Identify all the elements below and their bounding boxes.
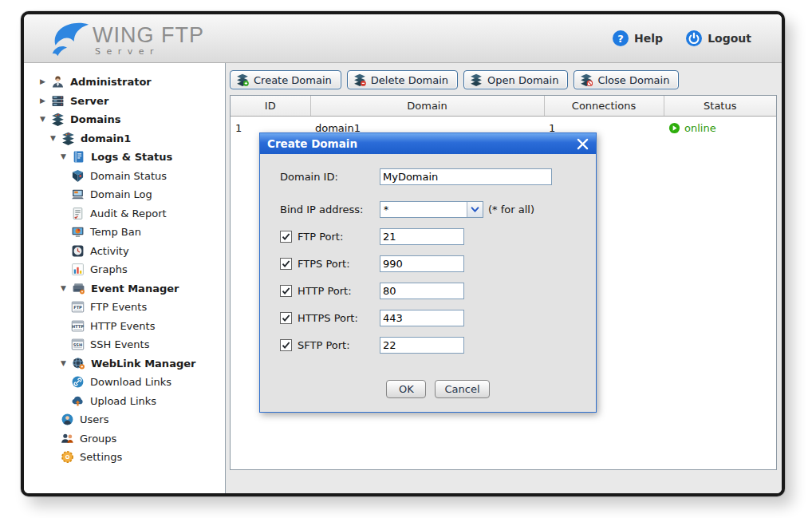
sftp-port-input[interactable] [380,337,464,354]
sidebar-item-ftp-events[interactable]: FTPFTP Events [24,298,225,317]
column-header-status: Status [664,96,776,117]
server-icon [51,94,65,108]
sidebar-item-domain-log[interactable]: Domain Log [24,185,225,204]
sidebar-item-users[interactable]: Users [24,410,225,429]
help-icon: ? [612,30,629,47]
dialog-buttons: OKCancel [280,380,596,398]
svg-text:FTP: FTP [73,305,82,310]
http-port-checkbox[interactable] [280,285,292,297]
ftps-port-checkbox[interactable] [280,258,292,270]
sidebar-item-http-events[interactable]: HTTPHTTP Events [24,317,225,336]
sidebar-item-label: Logs & Status [91,151,172,163]
column-header-id: ID [231,96,310,117]
activity-icon [71,244,85,258]
http-port-row: HTTP Port: [280,283,596,299]
close-icon[interactable] [577,138,589,150]
https-port-checkbox[interactable] [280,312,292,324]
header-actions: ? Help Logout [612,30,751,47]
create-domain-button[interactable]: Create Domain [230,70,341,89]
sidebar-item-server[interactable]: ▶Server [24,92,225,111]
svg-text:HTTP: HTTP [72,323,84,328]
sidebar-item-label: domain1 [81,132,131,144]
domain-toolbar: Create DomainDelete DomainOpen DomainClo… [226,63,782,89]
https-port-label-group: HTTPS Port: [280,312,380,324]
tree-collapsed-arrow[interactable]: ▶ [40,97,51,105]
sftp-port-label-group: SFTP Port: [280,339,380,351]
sidebar-item-graphs[interactable]: Graphs [24,260,225,279]
tree-expanded-arrow[interactable]: ▼ [40,116,51,123]
open-domain-icon [470,73,483,86]
column-header-domain: Domain [310,96,544,117]
bind-ip-address-label: Bind IP address: [280,204,363,216]
sidebar-tree: ▶Administrator▶Server▼Domains▼domain1▼Lo… [24,63,226,493]
delete-domain-button[interactable]: Delete Domain [347,70,458,89]
sidebar-item-logs-status[interactable]: ▼Logs & Status [24,148,225,167]
ftp-port-row: FTP Port: [280,228,596,245]
upload-links-icon [71,394,85,408]
sidebar-item-temp-ban[interactable]: Temp Ban [24,223,225,242]
audit-report-icon [71,207,85,220]
cancel-button[interactable]: Cancel [435,380,489,398]
sidebar-item-label: Domains [70,113,121,125]
ftps-port-row: FTPS Port: [280,255,596,272]
domain-id-label: Domain ID: [280,171,338,183]
sidebar-item-event-manager[interactable]: ▼Event Manager [24,279,225,299]
help-button[interactable]: ? Help [612,30,663,47]
ftp-port-label: FTP Port: [298,231,343,243]
ftp-events-icon: FTP [71,300,85,314]
sidebar-item-ssh-events[interactable]: SSHSSH Events [24,335,225,354]
domain-id-input[interactable] [380,168,552,185]
sidebar-item-label: Audit & Report [90,208,167,219]
domain-icon [61,132,75,145]
toolbar-button-label: Open Domain [487,74,558,86]
bind-ip-address-selected-value: * [380,204,467,216]
ftps-port-input[interactable] [380,255,464,272]
graphs-icon [71,263,85,276]
cell-status: online [664,117,776,140]
tree-expanded-arrow[interactable]: ▼ [61,153,72,160]
sidebar-item-administrator[interactable]: ▶Administrator [24,73,225,92]
open-domain-button[interactable]: Open Domain [463,70,568,89]
sidebar-item-domain1[interactable]: ▼domain1 [24,129,225,148]
sidebar-item-label: Administrator [70,76,152,88]
tree-expanded-arrow[interactable]: ▼ [61,360,72,367]
logout-button[interactable]: Logout [685,30,751,47]
temp-ban-icon [71,225,85,239]
sidebar-item-weblink-manager[interactable]: ▼WebLink Manager [24,354,225,374]
svg-text:?: ? [617,33,624,45]
sidebar-item-groups[interactable]: Groups [24,429,225,449]
sidebar-item-domains[interactable]: ▼Domains [24,110,225,129]
create-domain-dialog: Create Domain Domain ID:Bind IP address:… [259,132,597,413]
https-port-input[interactable] [380,310,464,326]
sidebar-item-activity[interactable]: Activity [24,242,225,261]
tree-collapsed-arrow[interactable]: ▶ [40,78,51,85]
sidebar-item-upload-links[interactable]: Upload Links [24,392,225,411]
sidebar-item-domain-status[interactable]: Domain Status [24,167,225,186]
sftp-port-label: SFTP Port: [298,339,350,351]
ok-button[interactable]: OK [386,380,426,398]
sftp-port-checkbox[interactable] [280,339,292,351]
domain-status-icon [71,169,85,183]
weblink-manager-icon [72,357,85,370]
dialog-titlebar: Create Domain [260,133,596,154]
close-domain-button[interactable]: Close Domain [574,70,679,89]
logo-subtitle: Server [93,47,204,56]
sidebar-item-audit-report[interactable]: Audit & Report [24,204,225,223]
bind-ip-address-select[interactable]: * [380,201,483,218]
logo: WING FTP Server [45,18,204,59]
ftp-port-checkbox[interactable] [280,231,292,243]
ftps-port-label: FTPS Port: [298,258,350,270]
sidebar-item-label: Event Manager [91,283,179,295]
tree-expanded-arrow[interactable]: ▼ [61,285,72,292]
ftp-port-input[interactable] [380,228,464,245]
sidebar-item-label: Groups [80,433,116,445]
column-header-connections: Connections [544,96,664,117]
chevron-down-icon[interactable] [467,202,483,217]
sidebar-item-settings[interactable]: Settings [24,448,225,467]
sidebar-item-download-links[interactable]: Download Links [24,373,225,392]
bind-ip-address-label-group: Bind IP address: [280,204,380,216]
online-icon [668,122,680,134]
tree-expanded-arrow[interactable]: ▼ [50,135,61,142]
table-header-row: IDDomainConnectionsStatus [231,96,776,117]
http-port-input[interactable] [380,283,464,299]
